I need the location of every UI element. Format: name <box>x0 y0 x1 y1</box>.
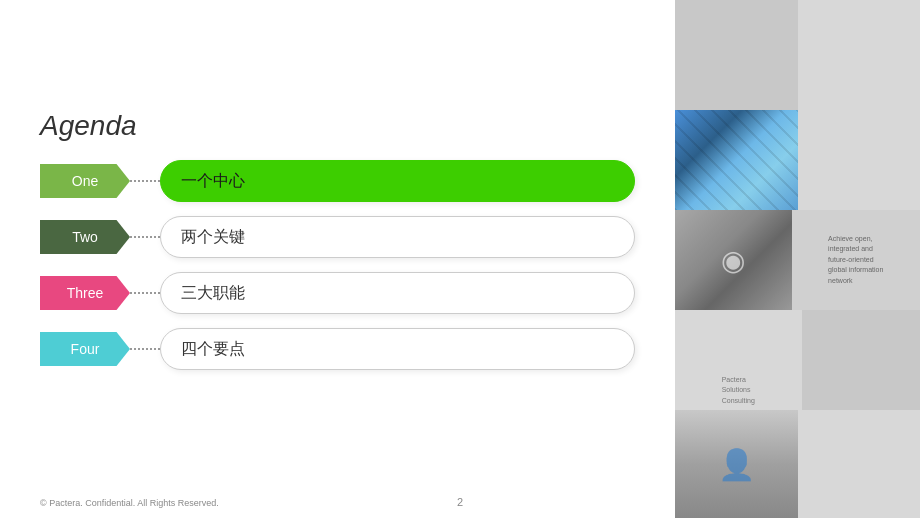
bar-one: 一个中心 <box>160 160 635 202</box>
agenda-list: One 一个中心 Two 两个关键 Three 三大职能 <box>40 160 635 370</box>
right-sidebar: Achieve open,integrated andfuture-orient… <box>675 0 920 518</box>
connector-two <box>130 236 160 238</box>
page-number: 2 <box>457 496 463 508</box>
sidebar-text-cell: Achieve open,integrated andfuture-orient… <box>792 210 921 310</box>
connector-three <box>130 292 160 294</box>
sidebar-solar-row <box>675 110 920 210</box>
sidebar-cell-r5 <box>798 410 921 518</box>
connector-four <box>130 348 160 350</box>
sidebar-cell-r4 <box>802 310 921 410</box>
tag-four: Four <box>40 332 130 366</box>
page-title: Agenda <box>40 110 635 142</box>
sidebar-cell-r2 <box>798 110 921 210</box>
tag-three: Three <box>40 276 130 310</box>
tag-one: One <box>40 164 130 198</box>
bar-four: 四个要点 <box>160 328 635 370</box>
sidebar-eye-row: Achieve open,integrated andfuture-orient… <box>675 210 920 310</box>
sidebar-man-row: PacteraSolutionsConsulting <box>675 310 920 410</box>
sidebar-text-cell-2: PacteraSolutionsConsulting <box>675 310 802 410</box>
sidebar-top-row <box>675 0 920 110</box>
bar-two: 两个关键 <box>160 216 635 258</box>
agenda-row-two: Two 两个关键 <box>40 216 635 258</box>
footer-copyright: © Pactera. Confidential. All Rights Rese… <box>40 498 219 508</box>
sidebar-cell-tl <box>675 0 798 110</box>
sidebar-cell-tr <box>798 0 921 110</box>
person-image <box>675 410 798 518</box>
sidebar-person-row <box>675 410 920 518</box>
eye-image <box>675 210 792 310</box>
solar-panel-image <box>675 110 798 210</box>
agenda-row-four: Four 四个要点 <box>40 328 635 370</box>
agenda-row-one: One 一个中心 <box>40 160 635 202</box>
bar-three: 三大职能 <box>160 272 635 314</box>
agenda-row-three: Three 三大职能 <box>40 272 635 314</box>
tag-two: Two <box>40 220 130 254</box>
connector-one <box>130 180 160 182</box>
main-content: Agenda One 一个中心 Two 两个关键 Three <box>0 0 675 518</box>
